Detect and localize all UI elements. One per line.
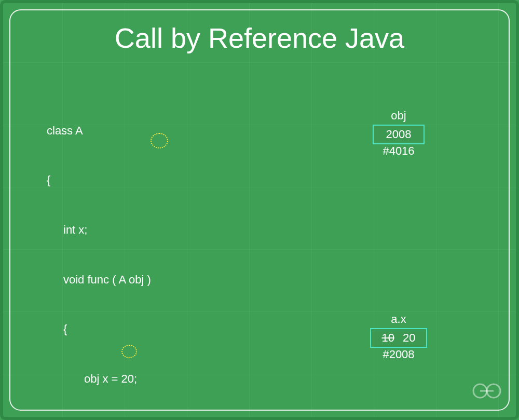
param-obj: obj: [129, 273, 144, 286]
highlight-circle-obj: [151, 133, 168, 148]
mem-ax-label: a.x: [370, 313, 427, 326]
code-line: {: [63, 321, 156, 337]
code-line: class A: [47, 123, 156, 139]
mem-ax-addr: #2008: [370, 348, 427, 361]
logo-gg: [472, 382, 501, 404]
mem-ax-box: 10 20: [370, 328, 427, 348]
mem-obj-box: 2008: [373, 125, 425, 144]
highlight-circle-arg: [121, 345, 137, 358]
code-line: {: [47, 172, 156, 188]
mem-obj-addr: #4016: [373, 144, 425, 158]
code-line: int x;: [63, 222, 156, 238]
mem-obj-value: 2008: [386, 128, 412, 141]
code-line: obj x = 20;: [84, 371, 156, 387]
code-line: void func ( A obj ): [63, 272, 156, 288]
code-block: class A { int x; void func ( A obj ) { o…: [47, 89, 156, 420]
mem-ax-new: 20: [403, 331, 415, 344]
mem-obj-label: obj: [373, 109, 425, 123]
mem-ax-old: 10: [381, 331, 394, 344]
diagram-title: Call by Reference Java: [0, 22, 519, 54]
